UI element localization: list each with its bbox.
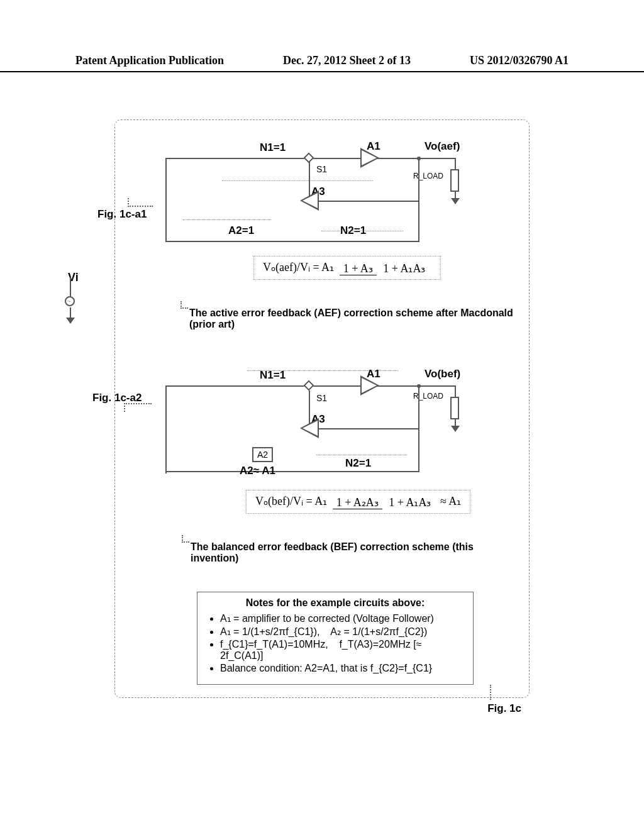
vo-aef-label: Vo(aef) [425, 140, 460, 153]
ground-icon [66, 318, 75, 324]
a2-label-a1: A2=1 [228, 224, 254, 237]
eq-den: 1 + A₁A₃ [379, 262, 429, 275]
diagram-aef: Fig. 1c-a1 N1=1 S1 A1 Vo(aef) R_LOAD A3 [165, 133, 516, 321]
eq-rhs: ≈ A₁ [440, 495, 461, 507]
aef-equation: Vₒ(aef)/Vᵢ = A₁ 1 + A₃ 1 + A₁A₃ [253, 256, 441, 280]
fig-main-leader [490, 685, 491, 700]
a2-box: A2 [252, 447, 273, 462]
header-right: US 2012/0326790 A1 [470, 54, 569, 67]
rload-icon [450, 397, 459, 419]
eq-lhs: Vₒ(bef)/Vᵢ = A₁ [255, 495, 327, 507]
ground-icon [451, 198, 460, 204]
header-center: Dec. 27, 2012 Sheet 2 of 13 [283, 54, 411, 67]
n1-label-a2: N1=1 [260, 369, 286, 382]
a2-approx-label: A2≈ A1 [240, 465, 275, 477]
note-item: A₁ = amplifier to be corrected (Voltage … [220, 612, 464, 624]
fig-a1-label: Fig. 1c-a1 [97, 208, 147, 221]
note-item: Balance condition: A2=A1, that is f_{C2}… [220, 663, 464, 674]
notes-box: Notes for the example circuits above: A₁… [197, 592, 474, 685]
n1-label: N1=1 [260, 141, 286, 154]
header-left: Patent Application Publication [75, 54, 224, 67]
note-item: A₁ = 1/(1+s/2πf_{C1}), A₂ = 1/(1+s/2πf_{… [220, 626, 464, 638]
n2-label-a2: N2=1 [345, 457, 371, 470]
s1-label-a2: S1 [316, 393, 327, 403]
summing-node-icon [304, 380, 314, 391]
eq-lhs: Vₒ(aef)/Vᵢ = A₁ [263, 261, 334, 274]
fig-a2-label: Fig. 1c-a2 [92, 392, 142, 404]
eq-num: 1 + A₂A₃ [333, 496, 382, 509]
figure-frame: Vi ~ Fig. 1c-a1 N1=1 S1 A1 Vo(aef) R_LOA… [114, 119, 530, 698]
notes-title: Notes for the example circuits above: [206, 597, 464, 609]
eq-num: 1 + A₃ [340, 262, 377, 275]
note-item: f_{C1}=f_T(A1)=10MHz, f_T(A3)=20MHz [≈ 2… [220, 639, 464, 661]
bef-caption: The balanced error feedback (BEF) correc… [191, 541, 516, 564]
s1-label: S1 [316, 164, 327, 174]
fig-main-label: Fig. 1c [487, 702, 521, 715]
notes-list: A₁ = amplifier to be corrected (Voltage … [206, 612, 464, 674]
page-header: Patent Application Publication Dec. 27, … [0, 54, 644, 72]
vo-bef-label: Vo(bef) [425, 368, 460, 380]
eq-den: 1 + A₁A₃ [385, 496, 435, 509]
ground-icon [451, 426, 460, 432]
aef-caption: The active error feedback (AEF) correcti… [189, 307, 516, 330]
bef-equation: Vₒ(bef)/Vᵢ = A₁ 1 + A₂A₃ 1 + A₁A₃ ≈ A₁ [246, 490, 470, 514]
diagram-bef: Fig. 1c-a2 N1=1 S1 A1 Vo(bef) R_LOAD A3 … [165, 365, 516, 567]
rload-icon [450, 169, 459, 192]
